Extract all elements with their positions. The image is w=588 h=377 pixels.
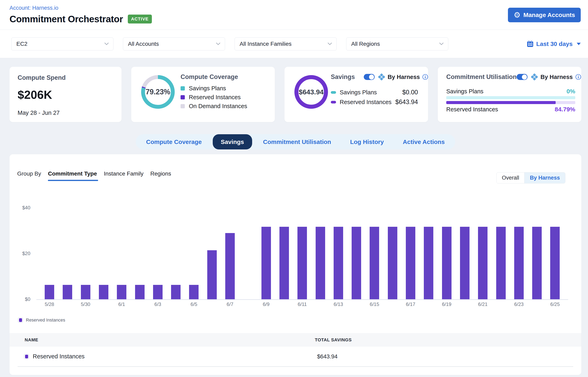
compute-spend-value: $206K [18, 88, 113, 101]
group-by: Group By Commitment TypeInstance FamilyR… [17, 170, 171, 177]
info-icon[interactable] [422, 74, 428, 80]
regions-select[interactable]: All Regions [346, 37, 448, 50]
legend-swatch [331, 101, 336, 104]
bar-5/28 [45, 285, 54, 299]
savings-title: Savings [331, 73, 355, 81]
group-by-option-commitment-type[interactable]: Commitment Type [48, 170, 97, 177]
calendar-icon [527, 40, 533, 47]
table-header-name: NAME [10, 337, 38, 342]
legend-label: Savings Plans [189, 85, 226, 92]
bar-6/7 [225, 233, 235, 299]
row-checkbox [24, 354, 29, 359]
bar-5/31 [99, 285, 108, 299]
legend-swatch [181, 86, 185, 91]
compute-coverage-percentage: 79.23% [141, 75, 175, 109]
instance-families-select[interactable]: All Instance Families [234, 37, 337, 50]
legend-checkbox [18, 318, 23, 323]
x-axis-label: 6/5 [185, 302, 203, 307]
x-axis-label: 6/1 [113, 302, 131, 307]
legend-label: On Demand Instances [189, 103, 247, 109]
utilisation-by-harness-toggle[interactable] [517, 74, 528, 80]
bar-6/21 [478, 227, 488, 299]
gear-icon: ⚙ [514, 11, 521, 19]
instance-families-select-value: All Instance Families [240, 41, 292, 47]
regions-select-value: All Regions [351, 41, 380, 47]
legend-swatch [181, 104, 185, 108]
legend-label: Savings Plans [340, 89, 377, 96]
tab-log-history[interactable]: Log History [342, 134, 392, 149]
bar-6/14 [352, 227, 361, 299]
chevron-down-icon [216, 43, 220, 45]
x-axis-label: 6/13 [329, 302, 347, 307]
chart-legend-label: Reserved Instances [26, 318, 65, 323]
compute-spend-period: May 28 - Jun 27 [18, 109, 113, 116]
chevron-down-icon [328, 43, 332, 45]
group-by-label: Group By [17, 170, 41, 177]
accounts-select-value: All Accounts [128, 41, 159, 47]
savings-card: $643.94 Savings By Harness [285, 67, 428, 122]
utilisation-label: Reserved Instances [446, 106, 498, 113]
compute-spend-title: Compute Spend [18, 74, 113, 81]
savings-total: $643.94 [294, 75, 328, 109]
commitment-utilisation-card: Commitment Utilisation By Harness Saving… [438, 67, 581, 122]
y-axis-label: $0 [14, 296, 30, 302]
caret-down-icon [577, 43, 581, 45]
service-select[interactable]: EC2 [11, 37, 113, 50]
row-divider [18, 366, 573, 367]
y-axis-label: $40 [14, 205, 30, 211]
bar-6/25 [550, 227, 560, 299]
bar-6/2 [135, 285, 144, 299]
manage-accounts-button[interactable]: ⚙ Manage Accounts [508, 8, 581, 22]
bar-6/18 [424, 227, 433, 299]
page-header: Account: Harness.io Commitment Orchestra… [0, 0, 588, 30]
service-select-value: EC2 [16, 41, 27, 47]
bar-6/3 [153, 285, 163, 299]
bar-6/15 [370, 227, 379, 299]
x-axis-label: 6/7 [221, 302, 239, 307]
group-by-option-instance-family[interactable]: Instance Family [104, 170, 143, 177]
tab-active-actions[interactable]: Active Actions [395, 134, 453, 149]
view-toggle: OverallBy Harness [496, 172, 565, 183]
table-header-total-savings: TOTAL SAVINGS [315, 337, 352, 342]
utilisation-bar [446, 96, 575, 99]
legend-label: Reserved Instances [189, 94, 241, 101]
info-icon[interactable] [575, 74, 581, 80]
date-range-selector[interactable]: Last 30 days [527, 40, 581, 47]
savings-donut: $643.94 [294, 75, 328, 109]
harness-logo-icon [531, 73, 538, 81]
chart-legend[interactable]: Reserved Instances [18, 318, 65, 323]
harness-logo-icon [378, 73, 385, 81]
coverage-legend-item: Reserved Instances [181, 94, 269, 101]
utilisation-value: 0% [566, 88, 575, 95]
view-toggle-overall[interactable]: Overall [497, 173, 524, 183]
row-total-savings: $643.94 [317, 353, 337, 360]
legend-swatch [181, 95, 185, 99]
tab-savings[interactable]: Savings [213, 134, 252, 149]
bar-6/12 [316, 227, 325, 299]
utilisation-label: Savings Plans [446, 88, 483, 95]
bar-6/17 [406, 227, 415, 299]
utilisation-by-harness-label: By Harness [541, 74, 573, 80]
accounts-select[interactable]: All Accounts [123, 37, 225, 50]
compute-coverage-card: 79.23% Compute Coverage Savings PlansRes… [131, 67, 275, 122]
bar-6/19 [442, 227, 452, 299]
x-axis-label: 6/15 [365, 302, 384, 307]
account-link[interactable]: Account: Harness.io [10, 5, 581, 11]
savings-by-harness-toggle[interactable] [364, 74, 375, 80]
tab-compute-coverage[interactable]: Compute Coverage [138, 134, 210, 149]
x-axis-label: 6/21 [474, 302, 492, 307]
table-row[interactable]: Reserved Instances$643.94 [10, 347, 581, 366]
compute-spend-card: Compute Spend $206K May 28 - Jun 27 [10, 67, 122, 122]
bar-5/30 [81, 285, 90, 299]
tab-commitment-utilisation[interactable]: Commitment Utilisation [255, 134, 339, 149]
page-title: Commitment Orchestrator [10, 13, 123, 24]
utilisation-bar [446, 101, 575, 104]
bar-6/4 [171, 285, 181, 299]
savings-table: NAME TOTAL SAVINGS Reserved Instances$64… [10, 333, 581, 367]
legend-swatch [331, 91, 336, 94]
chevron-down-icon [439, 43, 444, 45]
utilisation-row-label: Reserved Instances84.79% [446, 106, 575, 113]
view-toggle-by-harness[interactable]: By Harness [524, 173, 565, 183]
compute-coverage-title: Compute Coverage [181, 73, 269, 81]
group-by-option-regions[interactable]: Regions [150, 170, 171, 177]
